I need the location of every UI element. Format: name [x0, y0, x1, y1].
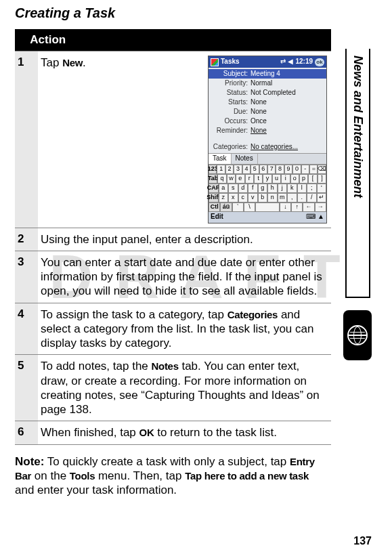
key[interactable]: e	[236, 174, 244, 184]
key[interactable]: 5	[251, 165, 259, 174]
key[interactable]: y	[263, 174, 271, 184]
occurs-value[interactable]: Once	[251, 117, 267, 126]
reminder-value[interactable]: None	[251, 127, 267, 135]
key[interactable]: f	[248, 184, 258, 193]
key[interactable]: v	[248, 193, 258, 203]
shot-time: 12:19	[295, 58, 313, 66]
key[interactable]: i	[281, 174, 290, 184]
key[interactable]: ,	[287, 193, 297, 203]
starts-value[interactable]: None	[251, 98, 267, 107]
key[interactable]: g	[258, 184, 268, 193]
new-label: New	[62, 57, 83, 68]
categories-value[interactable]: No categories...	[251, 143, 298, 152]
tab-notes[interactable]: Notes	[232, 154, 258, 164]
tab-task[interactable]: Task	[209, 154, 232, 164]
key[interactable]: 4	[242, 165, 251, 174]
edit-menu[interactable]: Edit	[211, 213, 223, 221]
step-num-2: 2	[15, 228, 38, 251]
action-header: Action	[15, 29, 331, 51]
priority-label: Priority:	[209, 79, 251, 88]
key[interactable]: Tab	[209, 174, 217, 184]
key[interactable]: x	[228, 193, 238, 203]
key[interactable]: .	[297, 193, 307, 203]
key[interactable]: '	[317, 184, 327, 193]
key[interactable]: p	[299, 174, 308, 184]
key[interactable]: Ctl	[209, 203, 220, 212]
page-title: Creating a Task	[15, 5, 331, 21]
step-5-text: To add notes, tap the Notes tab. You can…	[38, 355, 331, 421]
key[interactable]: s	[228, 184, 238, 193]
key[interactable]: o	[290, 174, 299, 184]
subject-value[interactable]: Meeting 4	[251, 70, 280, 79]
status-value[interactable]: Not Completed	[251, 89, 296, 98]
step-1-text: Tap New.	[41, 56, 204, 70]
key[interactable]: →	[315, 203, 326, 212]
key[interactable]: h	[267, 184, 278, 193]
key[interactable]: `	[232, 203, 244, 212]
step-num-4: 4	[15, 303, 38, 355]
key[interactable]: ]	[318, 174, 326, 184]
key[interactable]: m	[278, 193, 288, 203]
key[interactable]: ←	[303, 203, 314, 212]
shot-ok-button[interactable]: ok	[315, 58, 324, 66]
due-label: Due:	[209, 108, 251, 116]
key[interactable]: a	[219, 184, 229, 193]
step-num-1: 1	[15, 51, 38, 228]
key[interactable]: Shift	[209, 193, 219, 203]
shot-title: Tasks	[221, 58, 240, 66]
key[interactable]: 0	[292, 165, 301, 174]
key[interactable]: k	[287, 184, 297, 193]
key[interactable]: b	[258, 193, 268, 203]
key[interactable]: w	[227, 174, 236, 184]
notes-keyword: Notes	[152, 360, 179, 372]
key[interactable]: 6	[259, 165, 267, 174]
step-3-text: You can enter a start date and due date …	[38, 251, 331, 303]
categories-label: Categories:	[209, 143, 251, 152]
key[interactable]: ↑	[291, 203, 303, 212]
priority-value[interactable]: Normal	[251, 79, 272, 88]
key[interactable]: ↵	[317, 193, 327, 203]
key[interactable]: /	[307, 193, 317, 203]
key[interactable]: \	[244, 203, 255, 212]
key[interactable]: 8	[276, 165, 284, 174]
key[interactable]: CAP	[209, 184, 219, 193]
key[interactable]: n	[267, 193, 278, 203]
key[interactable]: d	[238, 184, 248, 193]
note-label: Note:	[15, 455, 44, 468]
key[interactable]: t	[254, 174, 263, 184]
tap-here-keyword: Tap here to add a new task	[185, 470, 309, 482]
soft-keyboard[interactable]: 1231234567890-=⌫ Tabqwertyuiop[] CAPasdf…	[209, 164, 326, 212]
key[interactable]: z	[219, 193, 229, 203]
step-6-text: When finished, tap OK to return to the t…	[38, 421, 331, 444]
status-label: Status:	[209, 89, 251, 98]
due-value[interactable]: None	[251, 108, 267, 116]
key[interactable]: l	[297, 184, 307, 193]
key[interactable]: 2	[225, 165, 234, 174]
key[interactable]	[255, 203, 280, 212]
menu-up-arrow[interactable]: ▲	[318, 213, 324, 220]
step-num-3: 3	[15, 251, 38, 303]
keyboard-icon[interactable]: ⌨	[306, 213, 315, 220]
key[interactable]: 7	[267, 165, 276, 174]
ok-keyword: OK	[139, 427, 154, 438]
key[interactable]: r	[245, 174, 254, 184]
subject-label: Subject:	[209, 70, 251, 79]
key[interactable]: 123	[209, 165, 217, 174]
speaker-icon: ◀	[288, 58, 293, 66]
key[interactable]: ;	[307, 184, 317, 193]
key[interactable]: =	[309, 165, 318, 174]
note-paragraph: Note: To quickly create a task with only…	[15, 454, 331, 498]
key[interactable]: j	[278, 184, 288, 193]
key[interactable]: 3	[234, 165, 242, 174]
key[interactable]: ↓	[280, 203, 291, 212]
key[interactable]: -	[301, 165, 309, 174]
key[interactable]: q	[217, 174, 226, 184]
key[interactable]: 1	[217, 165, 225, 174]
key[interactable]: 9	[284, 165, 292, 174]
key[interactable]: ⌫	[318, 165, 326, 174]
key[interactable]: áü	[220, 203, 232, 212]
key[interactable]: c	[238, 193, 248, 203]
key[interactable]: [	[308, 174, 317, 184]
key[interactable]: u	[272, 174, 281, 184]
reminder-label: Reminder:	[209, 127, 251, 135]
